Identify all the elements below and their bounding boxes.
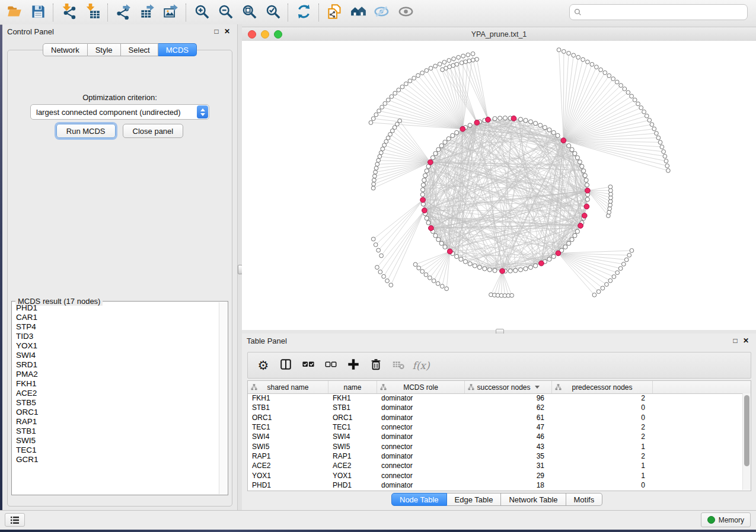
table-settings-button[interactable]: ⚙ bbox=[254, 355, 273, 376]
table-panel: Table Panel □ ✕ ⚙f(x) shared namenameMCD… bbox=[242, 334, 756, 510]
import-table-button[interactable] bbox=[81, 2, 104, 23]
table-cell: dominator bbox=[377, 452, 465, 460]
export-table-icon bbox=[139, 4, 155, 21]
table-cell: 61 bbox=[465, 414, 552, 422]
table-row[interactable]: STB1STB1dominator620 bbox=[248, 403, 743, 412]
first-neighbors-button[interactable] bbox=[347, 2, 369, 23]
mcds-result-item[interactable]: RAP1 bbox=[12, 417, 219, 427]
column-header-successor-nodes[interactable]: successor nodes bbox=[465, 381, 552, 393]
mcds-result-item[interactable]: PMA2 bbox=[12, 370, 219, 379]
import-network-button[interactable] bbox=[58, 2, 80, 23]
table-row[interactable]: ORC1ORC1dominator610 bbox=[248, 413, 743, 422]
tab-network[interactable]: Network bbox=[43, 43, 88, 56]
table-cell: connector bbox=[377, 472, 465, 480]
float-table-panel-icon[interactable]: □ bbox=[730, 335, 741, 346]
tab-select[interactable]: Select bbox=[121, 43, 158, 56]
zoom-selected-button[interactable] bbox=[261, 2, 284, 23]
mcds-result-item[interactable]: ACE2 bbox=[12, 389, 219, 398]
select-stepper-icon bbox=[197, 105, 208, 118]
close-table-panel-icon[interactable]: ✕ bbox=[741, 335, 751, 346]
delete-column-button[interactable] bbox=[366, 355, 385, 376]
control-panel-header: Control Panel □ ✕ bbox=[2, 24, 237, 39]
show-all-button[interactable] bbox=[394, 2, 417, 23]
mcds-result-item[interactable]: SWI4 bbox=[12, 351, 219, 360]
mcds-result-item[interactable]: YOX1 bbox=[12, 341, 219, 351]
close-panel-icon[interactable]: ✕ bbox=[222, 26, 232, 37]
column-header-name[interactable]: name bbox=[328, 381, 377, 393]
memory-label: Memory bbox=[719, 516, 744, 524]
table-row[interactable]: RAP1RAP1dominator352 bbox=[248, 451, 743, 461]
show-eye-icon bbox=[398, 4, 414, 21]
close-panel-button[interactable]: Close panel bbox=[123, 124, 184, 138]
select-all-rows-button[interactable] bbox=[299, 355, 318, 376]
mcds-result-item[interactable]: SWI5 bbox=[12, 436, 219, 446]
mcds-result-item[interactable]: SRD1 bbox=[12, 360, 219, 370]
toolbar-icon-group bbox=[0, 0, 417, 24]
main-toolbar bbox=[0, 0, 756, 25]
toggle-columns-button[interactable] bbox=[276, 355, 295, 376]
table-cell: RAP1 bbox=[328, 452, 377, 460]
tab-style[interactable]: Style bbox=[88, 43, 121, 56]
mcds-result-item[interactable]: STP4 bbox=[12, 322, 219, 332]
deselect-all-rows-button[interactable] bbox=[321, 355, 340, 376]
open-session-button[interactable] bbox=[3, 2, 25, 23]
tab-mcds[interactable]: MCDS bbox=[158, 43, 197, 56]
tab-network-table[interactable]: Network Table bbox=[501, 493, 566, 506]
network-graph[interactable] bbox=[242, 41, 756, 330]
mcds-result-item[interactable]: STB5 bbox=[12, 398, 219, 408]
zoom-in-button[interactable] bbox=[190, 2, 213, 23]
table-row[interactable]: PHD1PHD1dominator180 bbox=[248, 480, 743, 490]
shared-column-icon bbox=[555, 384, 562, 392]
mcds-result-item[interactable]: STB1 bbox=[12, 427, 219, 436]
mcds-result-item[interactable]: TEC1 bbox=[12, 446, 219, 455]
table-row[interactable]: YOX1YOX1connector291 bbox=[248, 470, 743, 480]
export-image-button[interactable] bbox=[160, 2, 182, 23]
table-cell: 31 bbox=[465, 462, 552, 470]
zoom-out-icon bbox=[218, 4, 234, 21]
table-row[interactable]: ACE2ACE2connector311 bbox=[248, 461, 743, 470]
table-row[interactable]: TEC1TEC1connector472 bbox=[248, 422, 743, 432]
duplicate-network-button[interactable] bbox=[323, 2, 346, 23]
tab-node-table[interactable]: Node Table bbox=[391, 493, 447, 506]
control-panel-title: Control Panel bbox=[7, 27, 211, 36]
search-box[interactable] bbox=[569, 4, 748, 20]
table-row[interactable]: SWI4SWI4dominator462 bbox=[248, 432, 743, 441]
column-header-predecessor-nodes[interactable]: predecessor nodes bbox=[552, 381, 653, 393]
search-input[interactable] bbox=[585, 8, 743, 17]
save-session-button[interactable] bbox=[27, 2, 49, 23]
toolbar-separator bbox=[318, 4, 320, 21]
tab-edge-table[interactable]: Edge Table bbox=[447, 493, 502, 506]
memory-button[interactable]: Memory bbox=[701, 512, 751, 527]
task-history-button[interactable] bbox=[5, 513, 25, 527]
table-scrollbar-thumb[interactable] bbox=[744, 395, 749, 466]
sort-descending-icon bbox=[535, 386, 540, 389]
table-scrollbar[interactable] bbox=[742, 393, 751, 490]
mcds-result-item[interactable]: PHD1 bbox=[12, 303, 219, 313]
export-table-button[interactable] bbox=[136, 2, 158, 23]
table-row[interactable]: SWI5SWI5connector431 bbox=[248, 441, 743, 451]
float-panel-icon[interactable]: □ bbox=[211, 26, 222, 37]
zoom-fit-button[interactable] bbox=[238, 2, 260, 23]
zoom-out-button[interactable] bbox=[214, 2, 237, 23]
column-header-shared-name[interactable]: shared name bbox=[248, 381, 328, 393]
mcds-result-item[interactable]: ORC1 bbox=[12, 408, 219, 417]
mcds-result-item[interactable]: CAR1 bbox=[12, 313, 219, 322]
tab-motifs[interactable]: Motifs bbox=[566, 493, 603, 506]
table-cell: 2 bbox=[552, 432, 653, 441]
mcds-result-item[interactable]: GCR1 bbox=[12, 455, 219, 464]
export-network-button[interactable] bbox=[112, 2, 135, 23]
table-row[interactable]: FKH1FKH1dominator962 bbox=[248, 393, 743, 403]
column-header-MCDS-role[interactable]: MCDS role bbox=[377, 381, 465, 393]
apply-layout-button[interactable] bbox=[292, 2, 315, 23]
toolbar-separator bbox=[107, 4, 109, 21]
network-title-bar[interactable]: YPA_prune.txt_1 bbox=[242, 27, 756, 41]
mcds-result-item[interactable]: FKH1 bbox=[12, 379, 219, 389]
run-mcds-button[interactable]: Run MCDS bbox=[56, 124, 116, 138]
mcds-result-list[interactable]: PHD1CAR1STP4TID3YOX1SWI4SRD1PMA2FKH1ACE2… bbox=[12, 303, 219, 494]
add-column-button[interactable] bbox=[344, 355, 363, 376]
network-canvas[interactable] bbox=[242, 41, 756, 330]
criterion-select[interactable]: largest connected component (undirected) bbox=[30, 104, 209, 120]
mcds-result-item[interactable]: TID3 bbox=[12, 332, 219, 341]
hide-selected-button[interactable] bbox=[371, 2, 393, 23]
mcds-list-scrollbar[interactable] bbox=[219, 302, 227, 494]
